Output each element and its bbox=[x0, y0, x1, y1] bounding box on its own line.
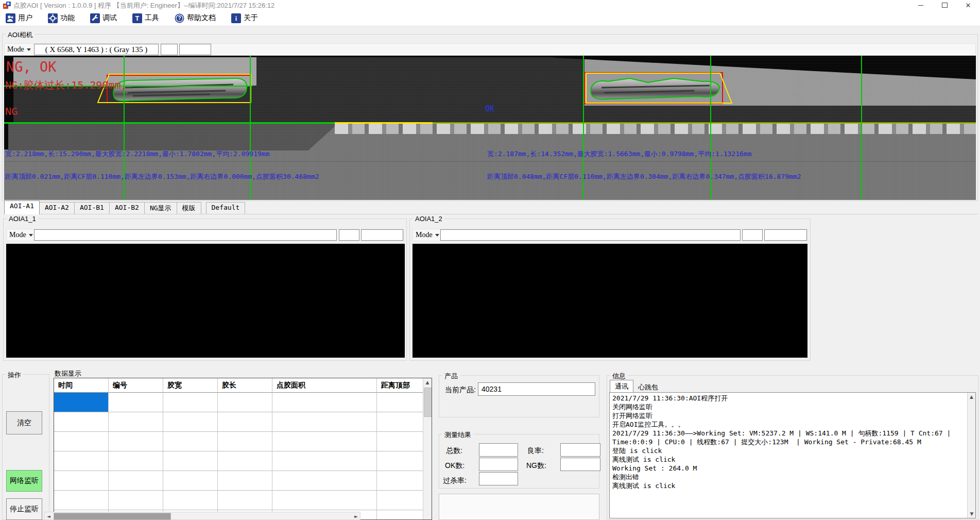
main-toolbar: 用户 功能 调试 T 工具 ? 帮助文档 i 关于 bbox=[0, 10, 980, 26]
camera-mode-dropdown[interactable]: Mode bbox=[7, 44, 31, 55]
toolbar-help-button[interactable]: ? 帮助文档 bbox=[173, 12, 217, 24]
panel2-image-viewport[interactable] bbox=[412, 244, 807, 358]
camera-mode-label: Mode bbox=[7, 45, 24, 54]
camera-group-label: AOI相机 bbox=[6, 30, 35, 40]
camera-image-viewport[interactable]: NG, OK NG:胶体过长:15.290mm, NG OK 宽:2.218mm… bbox=[4, 56, 976, 200]
ok-count-field[interactable] bbox=[479, 458, 518, 471]
panel1-image-viewport[interactable] bbox=[6, 244, 405, 358]
toolbar-function-label: 功能 bbox=[60, 13, 75, 23]
log-line: 离线测试 is click bbox=[612, 481, 965, 490]
tab-template[interactable]: 模版 bbox=[177, 202, 201, 214]
help-icon: ? bbox=[175, 13, 184, 23]
tab-aoi-b1[interactable]: AOI-B1 bbox=[74, 202, 110, 214]
header-serial[interactable]: 编号 bbox=[109, 378, 163, 393]
scroll-left-icon[interactable]: ◄ bbox=[45, 512, 53, 520]
table-row[interactable] bbox=[54, 432, 432, 451]
table-vertical-scrollbar[interactable]: ▲ bbox=[423, 378, 432, 520]
table-row[interactable] bbox=[54, 393, 432, 412]
tab-aoi-a1[interactable]: AOI-A1 bbox=[4, 200, 40, 214]
communication-log[interactable]: 2021/7/29 11:36:30:AOI程序打开 关闭网络监听 打开网络监听… bbox=[609, 392, 976, 518]
toolbar-tools-label: 工具 bbox=[145, 13, 159, 23]
minimize-button[interactable] bbox=[909, 0, 933, 10]
panel2-mode-label: Mode bbox=[416, 231, 433, 239]
right-stats-line2: 距离顶部0.048mm,距离CF层0.110mm,距离左边界0.304mm,距离… bbox=[487, 172, 801, 181]
table-row[interactable] bbox=[54, 471, 432, 491]
table-row[interactable] bbox=[54, 451, 432, 471]
table-scroll-thumb[interactable] bbox=[424, 388, 432, 417]
inspection-result-text: NG, OK bbox=[6, 59, 57, 75]
total-count-field[interactable] bbox=[479, 443, 518, 457]
svg-text:T: T bbox=[135, 14, 140, 22]
tab-default[interactable]: Default bbox=[206, 202, 246, 214]
camera-field-extra bbox=[179, 44, 211, 55]
log-vertical-scrollbar[interactable]: ▲ ▼ bbox=[967, 393, 975, 518]
clear-button[interactable]: 清空 bbox=[6, 411, 42, 434]
toolbar-user-button[interactable]: 用户 bbox=[4, 12, 34, 24]
tab-heartbeat[interactable]: 心跳包 bbox=[633, 381, 663, 392]
tool-icon: T bbox=[132, 13, 142, 23]
panel-aoia1-2-label: AOIA1_2 bbox=[413, 215, 444, 223]
panel1-mode-dropdown[interactable]: Mode bbox=[9, 230, 33, 240]
ok-count-label: OK数: bbox=[445, 461, 465, 471]
header-distance-top[interactable]: 距离顶部 bbox=[377, 378, 423, 393]
horizontal-scroll-thumb[interactable] bbox=[54, 513, 171, 520]
header-glue-width[interactable]: 胶宽 bbox=[163, 378, 218, 393]
user-icon bbox=[6, 13, 15, 23]
toolbar-function-button[interactable]: 功能 bbox=[46, 12, 76, 24]
chevron-down-icon bbox=[27, 48, 31, 51]
panel1-readout-box bbox=[34, 229, 337, 241]
log-line: Working Set : 264.0 M bbox=[612, 464, 965, 473]
close-button[interactable]: ✕ bbox=[956, 0, 980, 10]
network-listen-button[interactable]: 网络监听 bbox=[6, 470, 42, 492]
table-horizontal-scrollbar[interactable]: ◄ ► bbox=[44, 512, 360, 520]
header-glue-length[interactable]: 胶长 bbox=[218, 378, 272, 393]
left-stats-line1: 宽:2.218mm,长:15.290mm,最大胶宽:2.2218mm,最小:1.… bbox=[5, 149, 270, 159]
header-glue-area[interactable]: 点胶面积 bbox=[272, 378, 377, 393]
table-row[interactable] bbox=[54, 412, 432, 432]
panel1-field-small bbox=[339, 229, 359, 241]
panel2-field-extra bbox=[764, 229, 807, 241]
ng-count-field[interactable] bbox=[560, 458, 600, 471]
right-glue-contour bbox=[591, 78, 719, 99]
product-group-label: 产品 bbox=[442, 372, 460, 381]
toolbar-about-label: 关于 bbox=[244, 13, 258, 23]
ng-label-text: NG bbox=[5, 105, 18, 118]
left-glue-contour bbox=[113, 78, 247, 101]
stop-listen-button[interactable]: 停止监听 bbox=[6, 498, 42, 520]
tab-communication[interactable]: 通讯 bbox=[610, 380, 633, 392]
log-line: 离线测试 is click bbox=[612, 455, 965, 464]
tab-aoi-b2[interactable]: AOI-B2 bbox=[109, 202, 145, 214]
log-line: 打开网络监听 bbox=[612, 411, 965, 420]
current-product-input[interactable] bbox=[478, 382, 595, 396]
tab-ng-display[interactable]: NG显示 bbox=[144, 202, 177, 214]
ng-count-label: NG数: bbox=[526, 461, 546, 471]
title-bar: 点胶AOI [ Version : 1.0.0.9 ] 程序 【当前用户: En… bbox=[0, 0, 980, 10]
toolbar-debug-button[interactable]: 调试 bbox=[89, 12, 118, 24]
toolbar-about-button[interactable]: i 关于 bbox=[230, 12, 260, 24]
panel2-mode-dropdown[interactable]: Mode bbox=[416, 230, 439, 240]
header-time[interactable]: 时间 bbox=[54, 378, 109, 393]
data-display-label: 数据显示 bbox=[55, 369, 81, 378]
ok-label-text: OK bbox=[485, 104, 494, 113]
tab-aoi-a2[interactable]: AOI-A2 bbox=[39, 202, 75, 214]
table-row[interactable] bbox=[54, 491, 432, 510]
selected-cell[interactable] bbox=[54, 393, 109, 412]
overkill-rate-field[interactable] bbox=[479, 472, 518, 485]
wrench-icon bbox=[90, 13, 100, 23]
panel1-field-extra bbox=[361, 229, 403, 241]
maximize-icon bbox=[942, 3, 948, 8]
tab-divider bbox=[4, 214, 978, 214]
ng-reason-text: NG:胶体过长:15.290mm, bbox=[5, 78, 127, 92]
toolbar-tools-button[interactable]: T 工具 bbox=[131, 12, 161, 24]
info-tab-strip: 通讯 心跳包 bbox=[610, 380, 663, 392]
maximize-button[interactable] bbox=[933, 0, 956, 10]
scroll-right-icon[interactable]: ► bbox=[352, 512, 360, 520]
current-product-label: 当前产品: bbox=[445, 385, 476, 395]
scroll-up-icon[interactable]: ▲ bbox=[423, 378, 432, 387]
scroll-up-icon[interactable]: ▲ bbox=[968, 393, 975, 401]
log-line: 检测出错 bbox=[612, 473, 965, 481]
log-line: 开启AOI监控工具。。。 bbox=[612, 420, 965, 429]
scroll-down-icon[interactable]: ▼ bbox=[968, 510, 976, 518]
yield-rate-field[interactable] bbox=[560, 443, 600, 457]
log-line: Time:0:0:9 | CPU:0 | 线程数:67 | 提交大小:123M … bbox=[612, 438, 965, 446]
